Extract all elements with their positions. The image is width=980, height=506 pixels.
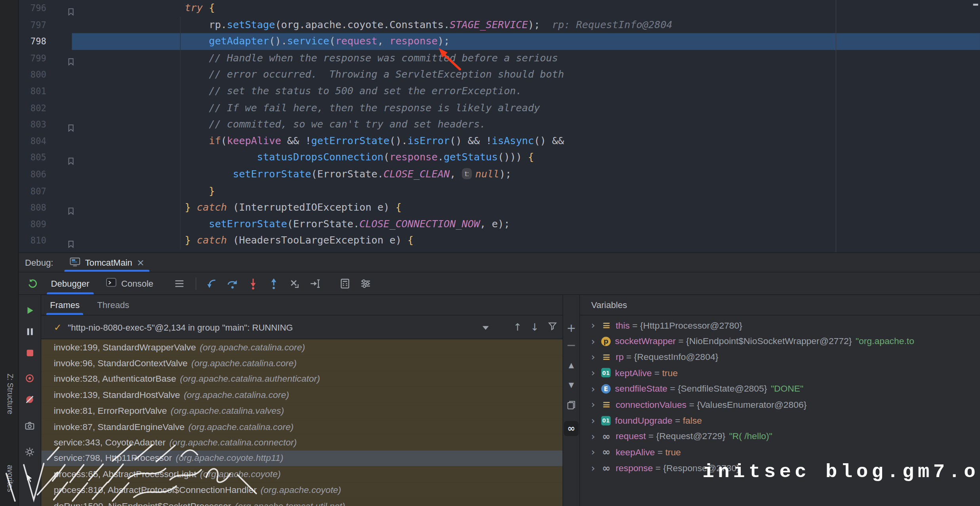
variable-row-keptAlive[interactable]: ›01keptAlive = true <box>580 365 980 381</box>
frame-package: (org.apache.catalina.valves) <box>171 405 284 415</box>
variable-row-rp[interactable]: ›≡rp = {RequestInfo@2804} <box>580 349 980 365</box>
thread-status-text: "http-nio-8080-exec-5"@2,134 in group "m… <box>68 322 293 332</box>
hamburger-menu-icon[interactable] <box>172 275 188 291</box>
tab-threads[interactable]: Threads <box>88 295 138 315</box>
step-out-icon[interactable] <box>266 275 282 291</box>
gutter-flag-icon[interactable] <box>67 121 74 137</box>
thread-selector[interactable]: ✓ "http-nio-8080-exec-5"@2,134 in group … <box>41 316 562 339</box>
line-number: 807 <box>19 183 46 200</box>
step-into-icon[interactable] <box>245 275 261 291</box>
code-editor[interactable]: 796 try {797 rp.setStage(org.apache.coyo… <box>19 0 980 252</box>
object-type-icon: ≡ <box>601 352 611 362</box>
stack-frame-row[interactable]: service:798, Http11Processor(org.apache.… <box>41 450 562 466</box>
expand-chevron-icon[interactable]: › <box>587 399 599 411</box>
variable-row-socketWrapper[interactable]: ›psocketWrapper = {NioEndpoint$NioSocket… <box>580 333 980 349</box>
add-watch-icon[interactable]: + <box>566 321 576 334</box>
stack-frame-row[interactable]: invoke:81, ErrorReportValve(org.apache.c… <box>41 403 562 418</box>
stack-frame-row[interactable]: process:810, AbstractProtocol$Connection… <box>41 482 562 498</box>
tab-debugger[interactable]: Debugger <box>43 272 97 294</box>
camera-icon[interactable] <box>24 420 35 431</box>
stack-frame-row[interactable]: invoke:199, StandardWrapperValve(org.apa… <box>41 339 562 355</box>
stripe-item-favorites[interactable]: avorites <box>6 465 14 492</box>
expand-chevron-icon[interactable]: › <box>587 430 599 442</box>
step-over-icon[interactable] <box>225 275 241 291</box>
expand-chevron-icon[interactable]: › <box>587 335 599 347</box>
expand-chevron-icon[interactable]: › <box>587 367 599 379</box>
param-type-icon: p <box>601 337 611 346</box>
frame-package: (org.apache.catalina.core) <box>191 358 297 368</box>
line-number: 800 <box>19 67 46 83</box>
tab-console[interactable]: Console <box>97 272 162 294</box>
tab-frames[interactable]: Frames <box>41 295 88 315</box>
hide-frames-filter-icon[interactable] <box>547 321 557 333</box>
line-number: 804 <box>19 133 46 150</box>
variable-string-value: "DONE" <box>771 384 803 394</box>
pause-icon[interactable] <box>24 326 35 337</box>
expand-chevron-icon[interactable]: › <box>587 383 599 395</box>
variable-row-foundUpgrade[interactable]: ›01foundUpgrade = false <box>580 413 980 428</box>
stack-frame-row[interactable]: invoke:96, StandardContextValve(org.apac… <box>41 355 562 371</box>
expand-chevron-icon[interactable]: › <box>587 320 599 331</box>
duplicate-icon[interactable] <box>566 400 576 410</box>
rerun-debug-icon[interactable] <box>25 275 41 291</box>
next-frame-icon[interactable]: ↓ <box>530 321 539 333</box>
remove-watch-icon[interactable] <box>568 345 575 346</box>
expand-chevron-icon[interactable]: › <box>587 415 599 426</box>
stop-icon[interactable] <box>24 347 35 358</box>
variable-name: keptAlive <box>615 368 652 378</box>
evaluate-expression-icon[interactable] <box>337 275 353 291</box>
stack-frame-row[interactable]: invoke:139, StandardHostValve(org.apache… <box>41 387 562 403</box>
editor-scrollbar-mark[interactable] <box>973 4 978 6</box>
variable-row-connectionValues[interactable]: ›≡connectionValues = {ValuesEnumerator@2… <box>580 397 980 413</box>
tab-tomcatmain[interactable]: TomcatMain × <box>62 253 152 272</box>
variables-title: Variables <box>591 300 627 310</box>
show-watches-icon[interactable]: ∞ <box>564 421 579 436</box>
mute-breakpoints-icon[interactable] <box>24 394 35 405</box>
enum-type-icon: E <box>601 384 611 394</box>
console-icon <box>106 277 117 290</box>
stack-frame-row[interactable]: invoke:87, StandardEngineValve(org.apach… <box>41 418 562 434</box>
ide-window: Z: Structure avorites 796 try {797 rp.se… <box>0 0 980 506</box>
pointer-arrow-icon[interactable] <box>24 472 35 483</box>
move-up-icon[interactable]: ▲ <box>568 361 574 369</box>
combo-chevron-icon[interactable] <box>482 326 489 330</box>
layout-settings-icon[interactable] <box>357 275 374 291</box>
variable-row-keepAlive[interactable]: ›∞keepAlive = true <box>580 444 980 460</box>
expand-chevron-icon[interactable]: › <box>587 446 599 458</box>
object-type-icon: ≡ <box>601 320 611 330</box>
view-breakpoints-icon[interactable] <box>24 372 35 383</box>
gutter-flag-icon[interactable] <box>67 237 74 252</box>
variable-row-sendfileState[interactable]: ›EsendfileState = {SendfileState@2805}"D… <box>580 381 980 397</box>
frame-package: (org.apache.catalina.core) <box>184 390 289 399</box>
move-down-icon[interactable]: ▼ <box>568 381 574 389</box>
variable-row-this[interactable]: ›≡this = {Http11Processor@2780} <box>580 318 980 333</box>
line-number: 797 <box>19 17 46 33</box>
expand-chevron-icon[interactable]: › <box>587 462 599 474</box>
run-to-cursor-icon[interactable] <box>307 275 323 291</box>
gutter-flag-icon[interactable] <box>67 204 74 221</box>
expand-chevron-icon[interactable]: › <box>587 351 599 363</box>
line-number: 808 <box>19 200 46 216</box>
stack-frame-row[interactable]: service:343, CoyoteAdapter(org.apache.ca… <box>41 434 562 450</box>
frame-location: process:810, AbstractProtocol$Connection… <box>54 485 257 495</box>
previous-frame-icon[interactable]: ↑ <box>513 321 522 333</box>
settings-gear-icon[interactable] <box>24 446 35 457</box>
resume-icon[interactable] <box>24 305 35 316</box>
variables-list: ›≡this = {Http11Processor@2780}›psocketW… <box>580 316 980 476</box>
close-tab-icon[interactable]: × <box>137 257 145 268</box>
frame-location: invoke:87, StandardEngineValve <box>54 421 185 431</box>
stack-frame-row[interactable]: invoke:528, AuthenticatorBase(org.apache… <box>41 371 562 387</box>
variable-row-request[interactable]: ›∞request = {Request@2729}"R( /hello)" <box>580 428 980 444</box>
stack-frame-row[interactable]: doRun:1500, NioEndpoint$SocketProcessor(… <box>41 498 562 506</box>
show-execution-point-icon[interactable] <box>204 275 220 291</box>
frame-location: invoke:81, ErrorReportValve <box>54 405 167 415</box>
line-number: 810 <box>19 232 46 249</box>
gutter-flag-icon[interactable] <box>67 54 74 71</box>
frame-location: invoke:528, AuthenticatorBase <box>54 374 176 384</box>
gutter-flag-icon[interactable] <box>67 154 74 171</box>
toolbar-separator <box>196 277 196 290</box>
stripe-item-structure[interactable]: Z: Structure <box>6 374 14 415</box>
drop-frame-icon[interactable] <box>286 275 303 291</box>
gutter-flag-icon[interactable] <box>67 4 74 21</box>
stack-frame-row[interactable]: process:65, AbstractProcessorLight(org.a… <box>41 466 562 482</box>
